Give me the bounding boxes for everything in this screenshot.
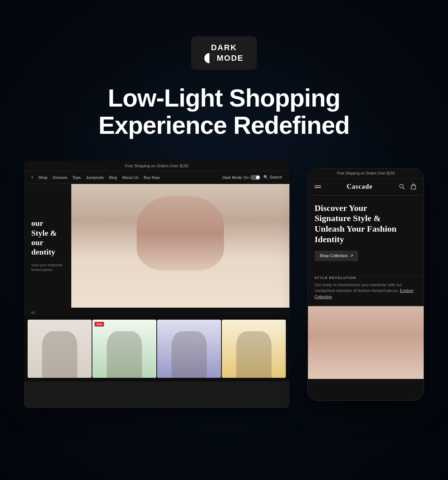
dark-mode-badge: DARK MODE — [191, 36, 257, 70]
product-image-1 — [28, 320, 92, 378]
toggle-dot — [256, 176, 260, 179]
mobile-brand: Cascade — [321, 183, 398, 191]
hamburger-menu-button[interactable] — [315, 185, 321, 188]
product-image-4 — [222, 320, 286, 378]
mobile-style-section: STYLE REVOLUTION Get ready to revolution… — [308, 276, 424, 306]
model-figure — [71, 184, 289, 308]
mobile-model-image — [308, 306, 424, 379]
desktop-products-row: Sale — [24, 316, 289, 381]
desktop-nav: ▾ Shop Dresses Tops Jumpsuits Blog About… — [24, 171, 289, 184]
toggle-pill[interactable] — [250, 175, 260, 180]
badge-text-mode: MODE — [204, 53, 244, 63]
screenshots-container: Free Shipping on Orders Over $150 ▾ Shop… — [24, 161, 424, 415]
mobile-product-image — [308, 306, 424, 379]
desktop-hero: our Style & our dentity onize your andpi… — [24, 184, 289, 308]
product-card-4[interactable] — [222, 320, 286, 378]
desktop-hero-desc: onize your andpicked forward pieces. — [31, 263, 68, 273]
product-image-2 — [92, 320, 156, 378]
mobile-nav-icons — [398, 183, 417, 190]
style-revolution-label: STYLE REVOLUTION — [315, 276, 417, 280]
mobile-hero-title: Discover YourSignature Style &Unleash Yo… — [315, 203, 417, 245]
desktop-products-section-title: os — [24, 308, 289, 316]
product-card-2[interactable]: Sale — [92, 320, 156, 378]
mobile-topbar: Free Shipping on Orders Over $150 — [308, 168, 424, 179]
desktop-topbar: Free Shipping on Orders Over $150 — [24, 161, 289, 171]
desktop-hero-title: our Style & our dentity — [31, 219, 68, 257]
svg-line-1 — [403, 188, 404, 189]
nav-jumpsuits[interactable]: Jumpsuits — [86, 175, 104, 180]
product-card-3[interactable] — [157, 320, 221, 378]
hamburger-line-2 — [315, 187, 321, 188]
nav-search[interactable]: 🔍 Search — [263, 175, 282, 180]
desktop-screenshot: Free Shipping on Orders Over $150 ▾ Shop… — [24, 161, 289, 408]
nav-about-us[interactable]: About Us — [122, 175, 139, 180]
sale-badge: Sale — [95, 322, 104, 327]
nav-buy-now[interactable]: Buy Now — [144, 175, 160, 180]
nav-dresses[interactable]: Dresses — [53, 175, 67, 180]
nav-dropdown-item[interactable]: ▾ — [31, 175, 33, 179]
nav-blog[interactable]: Blog — [109, 175, 117, 180]
badge-moon-icon — [204, 53, 215, 63]
mobile-nav: Cascade — [308, 179, 424, 195]
product-image-3 — [157, 320, 221, 378]
nav-tops[interactable]: Tops — [72, 175, 81, 180]
desktop-hero-text: our Style & our dentity onize your andpi… — [24, 184, 71, 308]
nav-right: Dark Mode On 🔍 Search — [223, 175, 282, 180]
svg-rect-2 — [411, 185, 416, 189]
style-description: Get ready to revolutionize your wardrobe… — [315, 282, 417, 300]
mobile-shop-button[interactable]: Shop Collection ↗ — [315, 251, 358, 261]
product-card-1[interactable] — [28, 320, 92, 378]
mobile-screenshot: Free Shipping on Orders Over $150 Cascad… — [308, 168, 424, 401]
page-content: DARK MODE Low-Light Shopping Experience … — [0, 0, 448, 415]
dark-mode-toggle[interactable]: Dark Mode On — [223, 175, 260, 180]
badge-text-dark: DARK — [211, 43, 237, 52]
mobile-bag-icon[interactable] — [410, 183, 417, 190]
desktop-hero-image — [71, 184, 289, 308]
mobile-search-icon[interactable] — [398, 183, 405, 190]
hero-headline: Low-Light Shopping Experience Redefined — [99, 84, 349, 139]
hamburger-line-1 — [315, 185, 321, 186]
mobile-hero-text: Discover YourSignature Style &Unleash Yo… — [308, 196, 424, 276]
nav-shop[interactable]: Shop — [38, 175, 48, 180]
